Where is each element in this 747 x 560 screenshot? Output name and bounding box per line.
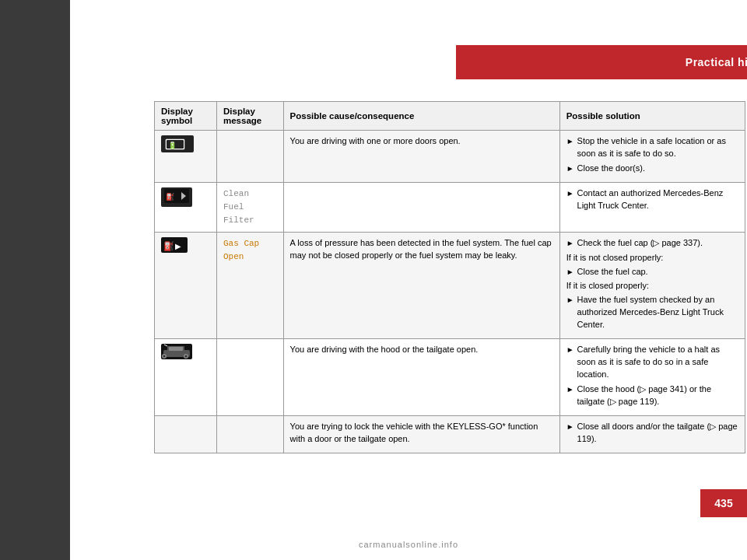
col-symbol: Display symbol [155, 102, 217, 131]
table-row: You are trying to lock the vehicle with … [155, 415, 745, 453]
header-bar: Practical hints [456, 45, 747, 79]
message-cell [217, 131, 284, 183]
svg-text:▶: ▶ [175, 242, 181, 250]
symbol-cell: 🔋 [155, 131, 217, 183]
table-row: You are driving with the hood or the tai… [155, 339, 745, 416]
symbol-cell [155, 415, 217, 453]
solution-cell: ► Check the fuel cap (▷ page 337). If it… [559, 232, 745, 339]
hood-open-icon [161, 352, 192, 361]
cause-cell: You are trying to lock the vehicle with … [283, 415, 559, 453]
cause-cell [283, 182, 559, 232]
page-number: 435 [714, 497, 732, 509]
message-cell: Gas Cap Open [217, 232, 284, 339]
table-row: ⛽ ▶ Gas Cap Open A loss of pressure has … [155, 232, 745, 339]
solution-cell: ► Close all doors and/or the tailgate (▷… [559, 415, 745, 453]
svg-text:⛽: ⛽ [163, 240, 174, 251]
page-number-box: 435 [700, 489, 747, 517]
cause-cell: A loss of pressure has been detected in … [283, 232, 559, 339]
main-table-container: Display symbol Display message Possible … [154, 101, 745, 453]
col-message: Display message [217, 102, 284, 131]
hints-table: Display symbol Display message Possible … [154, 101, 745, 453]
cause-cell: You are driving with the hood or the tai… [283, 339, 559, 416]
door-open-icon: 🔋 [161, 135, 194, 152]
symbol-cell [155, 339, 217, 416]
page-title: Practical hints [686, 56, 747, 68]
symbol-cell: ⛽ [155, 182, 217, 232]
svg-text:⛽: ⛽ [166, 192, 175, 201]
message-cell: CleanFuel Filter [217, 182, 284, 232]
svg-text:🔋: 🔋 [168, 141, 177, 150]
gas-cap-icon: ⛽ ▶ [161, 245, 188, 254]
clean-fuel-icon: ⛽ [161, 187, 192, 208]
solution-cell: ► Stop the vehicle in a safe location or… [559, 131, 745, 183]
svg-point-16 [163, 355, 166, 358]
symbol-cell: ⛽ ▶ [155, 232, 217, 339]
table-row: ⛽ CleanFuel Filter ► Contact an authoriz… [155, 182, 745, 232]
col-solution: Possible solution [559, 102, 745, 131]
table-row: 🔋 You are driving with one or more doors… [155, 131, 745, 183]
solution-cell: ► Carefully bring the vehicle to a halt … [559, 339, 745, 416]
col-cause: Possible cause/consequence [283, 102, 559, 131]
watermark: carmanualsonline.info [359, 540, 458, 549]
message-cell [217, 415, 284, 453]
content-area: Practical hints Display symbol Display m… [70, 0, 747, 560]
svg-point-17 [185, 355, 188, 358]
message-cell [217, 339, 284, 416]
cause-cell: You are driving with one or more doors o… [283, 131, 559, 183]
svg-rect-12 [169, 347, 183, 351]
solution-cell: ► Contact an authorized Mercedes-Benz Li… [559, 182, 745, 232]
